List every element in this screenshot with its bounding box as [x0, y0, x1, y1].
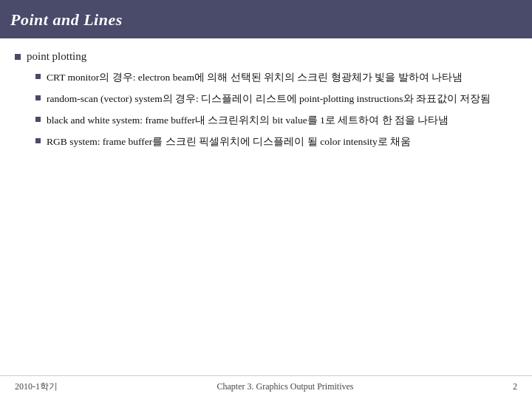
sub-bullet-icon-3	[35, 117, 41, 122]
footer-chapter: Chapter 3. Graphics Output Primitives	[217, 381, 354, 392]
slide-header: Point and Lines	[0, 0, 532, 38]
footer-year: 2010-1학기	[15, 381, 58, 393]
sub-bullet-text-4: RGB system: frame buffer를 스크린 픽셀위치에 디스플레…	[47, 134, 411, 150]
content-area: point plotting CRT monitor의 경우: electron…	[0, 38, 532, 375]
slide-footer: 2010-1학기 Chapter 3. Graphics Output Prim…	[0, 375, 532, 399]
sub-bullets-list: CRT monitor의 경우: electron beam에 의해 선택된 위…	[35, 70, 517, 156]
sub-bullet-icon-4	[35, 138, 41, 143]
slide-title: Point and Lines	[10, 10, 123, 30]
sub-bullet-text-3: black and white system: frame buffer내 스크…	[47, 113, 449, 129]
main-bullet-item: point plotting	[15, 50, 517, 63]
sub-bullet-item-3: black and white system: frame buffer내 스크…	[35, 113, 517, 129]
sub-bullet-item-4: RGB system: frame buffer를 스크린 픽셀위치에 디스플레…	[35, 134, 517, 150]
sub-bullet-icon-1	[35, 74, 41, 79]
sub-bullet-item-1: CRT monitor의 경우: electron beam에 의해 선택된 위…	[35, 70, 517, 86]
sub-bullet-text-2: random-scan (vector) system의 경우: 디스플레이 리…	[47, 92, 491, 107]
main-bullet-text: point plotting	[27, 50, 86, 63]
main-bullet-icon	[15, 54, 21, 60]
sub-bullet-icon-2	[35, 95, 41, 100]
sub-bullet-item-2: random-scan (vector) system의 경우: 디스플레이 리…	[35, 92, 517, 107]
sub-bullet-text-1: CRT monitor의 경우: electron beam에 의해 선택된 위…	[47, 70, 463, 86]
slide-container: Point and Lines point plotting CRT monit…	[0, 0, 532, 399]
footer-page-number: 2	[513, 381, 517, 392]
